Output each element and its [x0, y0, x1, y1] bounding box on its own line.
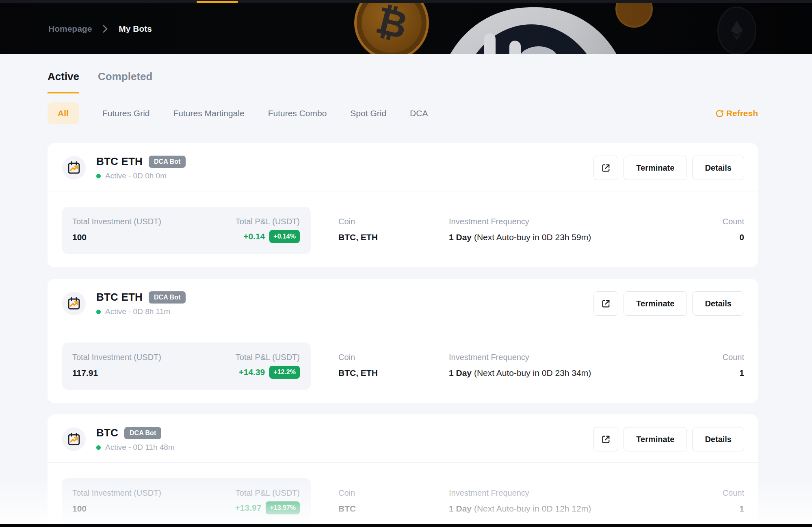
investment-pnl-panel: Total Investment (USDT) 117.91 Total P&L…: [62, 343, 311, 390]
details-button[interactable]: Details: [692, 291, 744, 316]
bot-title-block: BTC ETH DCA Bot Active - 0D 8h 11m: [96, 291, 186, 316]
open-external-button[interactable]: [593, 156, 618, 180]
robot-eye-icon: [509, 41, 521, 54]
bot-status-text: Active - 0D 8h 11m: [105, 307, 170, 316]
filter-futures-grid[interactable]: Futures Grid: [102, 102, 150, 124]
frequency-note: (Next Auto-buy in 0D 23h 59m): [474, 232, 591, 242]
ethereum-coin-icon: [717, 7, 756, 54]
active-nav-indicator: [197, 1, 238, 3]
bot-card-header: BTC DCA Bot Active - 0D 11h 48m: [48, 414, 758, 462]
open-external-button[interactable]: [593, 291, 618, 316]
count-column: Count 0: [695, 207, 744, 242]
stat-label: Total Investment (USDT): [72, 353, 161, 362]
coin-column: Coin BTC, ETH: [338, 207, 449, 242]
breadcrumb: Homepage My Bots: [48, 24, 152, 34]
refresh-button[interactable]: Refresh: [715, 108, 758, 118]
stat-label: Total Investment (USDT): [72, 217, 161, 226]
investment-pnl-panel: Total Investment (USDT) 100 Total P&L (U…: [62, 207, 311, 254]
total-investment-stat: Total Investment (USDT) 117.91: [72, 353, 161, 379]
bot-actions: Terminate Details: [593, 156, 744, 180]
terminate-button[interactable]: Terminate: [624, 156, 687, 180]
filter-futures-martingale[interactable]: Futures Martingale: [173, 102, 245, 124]
frequency-value: 1 Day: [449, 368, 472, 377]
coin-value: BTC: [338, 504, 449, 514]
bot-title-block: BTC ETH DCA Bot Active - 0D 0h 0m: [96, 155, 186, 180]
robot-head-illustration: [438, 7, 629, 54]
open-external-button[interactable]: [593, 427, 618, 451]
count-column: Count 1: [695, 343, 744, 378]
refresh-icon: [715, 109, 724, 118]
stat-label: Investment Frequency: [449, 353, 695, 362]
count-column: Count 1: [695, 478, 744, 514]
main-content: Active Completed All Futures Grid Future…: [0, 54, 812, 527]
coin-value: BTC, ETH: [338, 368, 449, 378]
bottom-edge-bar: [0, 524, 812, 527]
bitcoin-coin-icon: ₿: [354, 3, 429, 54]
frequency-value: 1 Day: [449, 232, 472, 242]
count-value: 1: [695, 504, 744, 514]
bot-actions: Terminate Details: [593, 291, 744, 316]
stat-label: Count: [695, 353, 744, 362]
bot-type-badge: DCA Bot: [149, 291, 186, 304]
stat-label: Coin: [338, 353, 449, 362]
bot-card: BTC ETH DCA Bot Active - 0D 8h 11m: [48, 279, 758, 403]
stat-label: Coin: [338, 488, 449, 498]
filter-dca[interactable]: DCA: [410, 102, 428, 124]
details-button[interactable]: Details: [692, 156, 744, 180]
total-investment-stat: Total Investment (USDT) 100: [72, 217, 161, 243]
stat-label: Investment Frequency: [449, 217, 695, 226]
tab-active[interactable]: Active: [48, 70, 79, 93]
pnl-value: +0.14: [243, 232, 265, 241]
count-value: 1: [695, 368, 744, 378]
frequency-value: 1 Day: [449, 504, 472, 513]
tab-completed[interactable]: Completed: [98, 70, 152, 93]
total-pnl-stat: Total P&L (USDT) +14.39 +12.2%: [236, 353, 300, 379]
stat-label: Count: [695, 217, 744, 226]
stat-label: Total Investment (USDT): [72, 488, 161, 498]
frequency-column: Investment Frequency 1 Day (Next Auto-bu…: [449, 478, 695, 514]
chevron-right-icon: [102, 24, 108, 33]
terminate-button[interactable]: Terminate: [624, 291, 687, 316]
pnl-value: +14.39: [238, 367, 265, 377]
bots-tabbar: Active Completed: [48, 54, 758, 93]
coin-column: Coin BTC: [338, 478, 449, 514]
coin-decoration-icon: [615, 3, 653, 28]
bot-pair-name: BTC ETH: [96, 155, 143, 168]
bot-card-body: Total Investment (USDT) 100 Total P&L (U…: [48, 191, 758, 267]
breadcrumb-homepage-link[interactable]: Homepage: [48, 24, 92, 34]
stat-label: Total P&L (USDT): [235, 488, 300, 498]
pnl-percent-badge: +13.97%: [266, 501, 300, 514]
stat-label: Coin: [338, 217, 449, 226]
dca-calendar-chart-icon: [62, 156, 86, 180]
top-nav-strip: [0, 0, 812, 3]
breadcrumb-current-page: My Bots: [119, 24, 152, 34]
frequency-note: (Next Auto-buy in 0D 23h 34m): [474, 368, 591, 377]
stat-label: Investment Frequency: [449, 488, 695, 498]
pnl-percent-badge: +12.2%: [269, 366, 300, 379]
details-button[interactable]: Details: [692, 427, 744, 451]
bot-card-header: BTC ETH DCA Bot Active - 0D 8h 11m: [48, 279, 758, 327]
filter-all[interactable]: All: [48, 102, 79, 124]
status-active-dot: [96, 310, 101, 314]
pnl-percent-badge: +0.14%: [269, 230, 300, 243]
filter-bar: All Futures Grid Futures Martingale Futu…: [48, 102, 758, 124]
stat-label: Count: [695, 488, 744, 498]
pnl-value: +13.97: [235, 503, 262, 513]
filter-futures-combo[interactable]: Futures Combo: [268, 102, 327, 124]
stat-label: Total P&L (USDT): [236, 353, 300, 362]
terminate-button[interactable]: Terminate: [624, 427, 687, 451]
refresh-label: Refresh: [726, 108, 758, 118]
bot-card: BTC ETH DCA Bot Active - 0D 0h 0m: [48, 143, 758, 267]
frequency-column: Investment Frequency 1 Day (Next Auto-bu…: [449, 207, 695, 242]
bot-title-block: BTC DCA Bot Active - 0D 11h 48m: [96, 427, 175, 452]
bot-card-body: Total Investment (USDT) 100 Total P&L (U…: [48, 463, 758, 527]
bot-pair-name: BTC ETH: [96, 291, 143, 304]
filter-spot-grid[interactable]: Spot Grid: [350, 102, 386, 124]
dca-calendar-chart-icon: [62, 292, 86, 315]
bot-card-body: Total Investment (USDT) 117.91 Total P&L…: [48, 327, 758, 403]
count-value: 0: [695, 232, 744, 242]
page-header-banner: ₿ Homepage My Bots: [0, 3, 812, 54]
total-investment-stat: Total Investment (USDT) 100: [72, 488, 161, 514]
bot-pair-name: BTC: [96, 427, 118, 439]
status-active-dot: [96, 445, 101, 450]
